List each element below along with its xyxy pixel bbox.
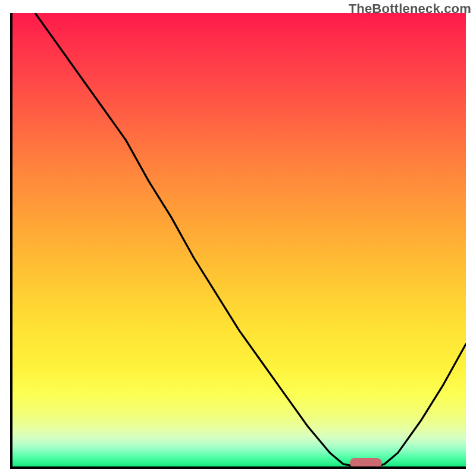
bottleneck-curve (12, 13, 466, 466)
chart-container: TheBottleneck.com (0, 0, 476, 476)
plot-area (10, 13, 466, 469)
curve-path (35, 13, 466, 466)
optimum-marker (350, 458, 382, 468)
